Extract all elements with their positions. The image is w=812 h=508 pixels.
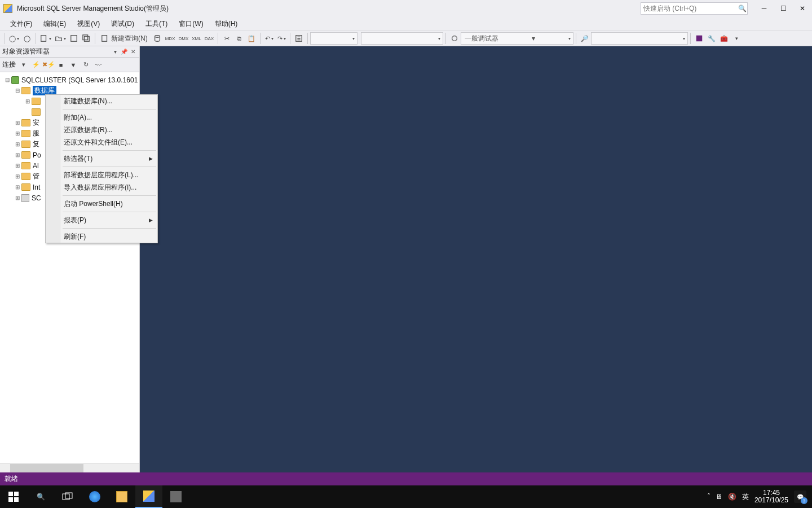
expand-icon[interactable]: ⊞ (24, 98, 32, 104)
settings-icon[interactable]: 🔧 (705, 32, 718, 45)
db-query-icon[interactable] (151, 32, 164, 45)
context-menu-item[interactable]: 新建数据库(N)... (46, 95, 157, 107)
debugger-combo-label: 一般调试器 (465, 34, 498, 43)
status-bar: 就绪 (0, 472, 812, 485)
action-center-icon[interactable]: 💬3 (794, 491, 806, 503)
xmla-button[interactable]: XML (190, 32, 202, 45)
quick-launch-input[interactable] (641, 5, 737, 12)
redo-button[interactable]: ↷▾ (275, 32, 288, 45)
mdx-button[interactable]: MDX (164, 32, 177, 45)
notification-count: 3 (801, 497, 807, 504)
execution-plan-icon[interactable] (293, 32, 305, 45)
context-menu-item[interactable]: 启动 PowerShell(H) (46, 198, 157, 210)
toolbox-icon[interactable]: 🧰 (718, 32, 730, 45)
taskbar-search-button[interactable]: 🔍 (27, 485, 54, 508)
svg-rect-8 (696, 36, 703, 42)
copy-button[interactable]: ⧉ (233, 32, 245, 45)
new-query-button[interactable]: 新建查询(N) (98, 32, 151, 45)
collapse-icon[interactable]: ⊟ (3, 77, 11, 83)
menubar: 文件(F) 编辑(E) 视图(V) 调试(D) 工具(T) 窗口(W) 帮助(H… (0, 17, 812, 30)
menu-edit[interactable]: 编辑(E) (38, 17, 72, 30)
context-menu-item[interactable]: 附加(A)... (46, 111, 157, 124)
context-menu-item[interactable]: 刷新(F) (46, 230, 157, 243)
menu-debug[interactable]: 调试(D) (105, 17, 140, 30)
save-button[interactable] (68, 32, 80, 45)
menu-window[interactable]: 窗口(W) (173, 17, 209, 30)
context-menu-item[interactable]: 筛选器(T) (46, 152, 157, 165)
close-button[interactable]: ✕ (793, 1, 812, 16)
menu-help[interactable]: 帮助(H) (209, 17, 244, 30)
context-menu-item[interactable]: 还原数据库(R)... (46, 124, 157, 136)
menu-tools[interactable]: 工具(T) (140, 17, 173, 30)
find-icon[interactable]: 🔎 (579, 32, 591, 45)
connect-server-icon[interactable]: ⚡ (32, 60, 41, 69)
debugger-icon[interactable] (448, 32, 461, 45)
activity-icon[interactable]: 〰 (94, 60, 103, 69)
context-menu-item[interactable]: 部署数据层应用程序(L)... (46, 169, 157, 181)
collapse-icon[interactable]: ⊟ (14, 87, 21, 94)
taskbar-server-manager[interactable] (162, 485, 189, 508)
undo-button[interactable]: ↶▾ (263, 32, 275, 45)
svg-point-5 (155, 36, 160, 38)
target-combo[interactable]: ▾ (361, 32, 443, 45)
toolbar-overflow-icon[interactable]: ▾ (730, 32, 743, 45)
maximize-button[interactable]: ☐ (774, 1, 793, 16)
taskbar-ie[interactable] (81, 485, 108, 508)
folder-icon (32, 108, 41, 116)
horizontal-scrollbar[interactable] (0, 463, 139, 472)
paste-button[interactable]: 📋 (245, 32, 258, 45)
connect-dropdown-icon[interactable]: ▾ (19, 60, 28, 69)
open-button[interactable]: ▾ (53, 32, 68, 45)
svg-rect-10 (14, 492, 19, 496)
disconnect-icon[interactable]: ✖⚡ (44, 60, 53, 69)
task-view-button[interactable] (54, 485, 81, 508)
taskbar: 🔍 ˆ 🖥 🔇 英 17:45 2017/10/25 💬3 (0, 485, 812, 508)
nav-forward-button[interactable]: ◯ (21, 32, 33, 45)
find-combo[interactable]: ▾ (591, 32, 688, 45)
connect-label[interactable]: 连接 (2, 60, 16, 69)
stop-icon[interactable]: ■ (56, 60, 65, 69)
network-icon[interactable]: 🖥 (716, 493, 722, 501)
taskbar-explorer[interactable] (108, 485, 135, 508)
tray-chevron-icon[interactable]: ˆ (708, 493, 710, 501)
menu-file[interactable]: 文件(F) (5, 17, 38, 30)
svg-rect-11 (8, 497, 13, 502)
nav-back-button[interactable]: ◯▾ (7, 32, 21, 45)
panel-close-icon[interactable]: ✕ (129, 48, 137, 56)
debugger-combo[interactable]: 一般调试器▾▾ (461, 32, 573, 45)
document-area (140, 46, 812, 472)
database-combo[interactable]: ▾ (310, 32, 358, 45)
clock-date: 2017/10/25 (754, 497, 788, 504)
menu-view[interactable]: 视图(V) (72, 17, 105, 30)
context-menu-item[interactable]: 报表(P) (46, 214, 157, 226)
clock[interactable]: 17:45 2017/10/25 (754, 489, 788, 504)
svg-rect-0 (41, 36, 46, 42)
ime-indicator[interactable]: 英 (742, 492, 749, 502)
svg-rect-3 (85, 37, 90, 42)
start-button[interactable] (0, 485, 27, 508)
dax-button[interactable]: DAX (203, 32, 215, 45)
save-all-button[interactable] (80, 32, 92, 45)
panel-dropdown-icon[interactable]: ▾ (111, 48, 119, 56)
registered-servers-icon[interactable] (693, 32, 705, 45)
quick-launch[interactable]: 🔍 (641, 2, 748, 15)
svg-rect-12 (14, 497, 19, 502)
pin-icon[interactable]: 📌 (120, 48, 128, 56)
dmx-button[interactable]: DMX (176, 32, 190, 45)
taskbar-ssms[interactable] (135, 485, 162, 508)
filter-icon[interactable]: ▼ (69, 60, 78, 69)
context-menu-item[interactable]: 还原文件和文件组(E)... (46, 136, 157, 148)
tree-server-node[interactable]: ⊟ SQLCLUSTER (SQL Server 13.0.1601 (0, 75, 139, 85)
app-icon (3, 4, 12, 13)
new-item-button[interactable]: ▾ (38, 32, 53, 45)
toolbar: ◯▾ ◯ ▾ ▾ 新建查询(N) MDX DMX XML DAX ✂ ⧉ 📋 ↶… (0, 30, 812, 46)
object-explorer-title: 对象资源管理器 ▾ 📌 ✕ (0, 46, 139, 58)
object-explorer-toolbar: 连接 ▾ ⚡ ✖⚡ ■ ▼ ↻ 〰 (0, 58, 139, 72)
new-query-label: 新建查询(N) (111, 34, 148, 43)
context-menu-item[interactable]: 导入数据层应用程序(I)... (46, 181, 157, 194)
refresh-icon[interactable]: ↻ (81, 60, 90, 69)
cut-button[interactable]: ✂ (220, 32, 233, 45)
minimize-button[interactable]: ─ (754, 1, 774, 16)
svg-rect-1 (71, 36, 77, 42)
volume-icon[interactable]: 🔇 (728, 493, 736, 501)
